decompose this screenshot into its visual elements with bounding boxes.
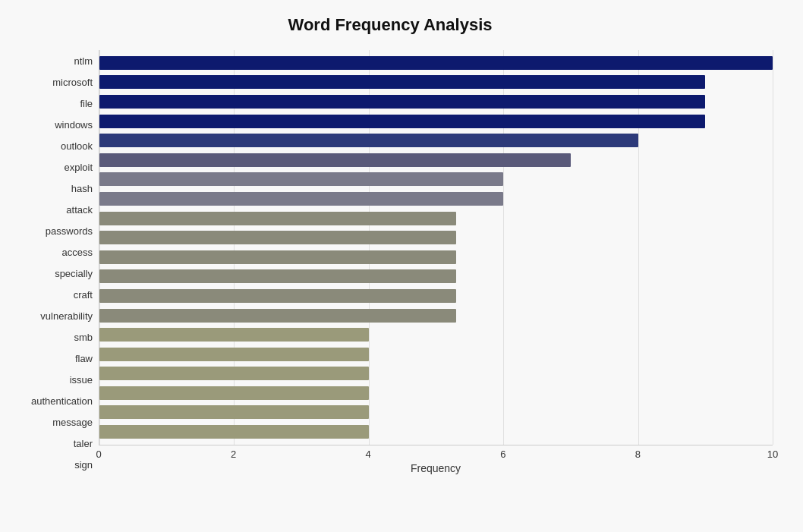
y-label: windows: [8, 115, 93, 134]
y-label: passwords: [8, 221, 93, 241]
x-tick: 4: [366, 449, 371, 460]
grid-line: [773, 50, 773, 445]
bar: [99, 269, 456, 283]
bar-row: [99, 74, 773, 90]
bar: [99, 231, 456, 244]
bar: [99, 134, 638, 147]
y-label: smb: [8, 328, 93, 348]
y-label: sign: [8, 455, 93, 475]
x-tick: 0: [96, 449, 101, 460]
y-label: hash: [8, 178, 93, 198]
bar-row: [99, 307, 773, 324]
x-tick: 8: [635, 449, 641, 460]
bar: [99, 75, 705, 89]
x-axis-label: Frequency: [99, 462, 773, 474]
bar: [99, 386, 369, 400]
y-label: outlook: [8, 136, 93, 156]
bar: [99, 172, 503, 186]
x-tick: 2: [231, 449, 236, 460]
bar: [99, 250, 456, 264]
bar-row: [99, 55, 773, 71]
bar-row: [99, 171, 773, 187]
y-label: ntlm: [8, 51, 93, 71]
y-label: issue: [8, 370, 93, 390]
bar: [99, 425, 369, 439]
y-label: vulnerability: [8, 307, 93, 326]
bar-row: [99, 404, 773, 420]
bar-row: [99, 423, 773, 440]
bar-row: [99, 229, 773, 246]
y-label: taler: [8, 434, 93, 454]
bar: [99, 405, 369, 419]
bar-row: [99, 365, 773, 382]
bar-row: [99, 210, 773, 227]
bar: [99, 95, 705, 109]
bar: [99, 348, 369, 361]
bars-list: [99, 50, 773, 445]
bar: [99, 192, 503, 206]
bar-row: [99, 346, 773, 363]
y-label: message: [8, 413, 93, 433]
bar-row: [99, 326, 773, 343]
x-tick: 6: [500, 449, 505, 460]
bar-row: [99, 190, 773, 207]
bar-row: [99, 93, 773, 110]
bar-row: [99, 249, 773, 266]
y-label: microsoft: [8, 72, 93, 92]
y-label: craft: [8, 285, 93, 305]
bar-row: [99, 132, 773, 149]
x-axis: 0246810 Frequency: [99, 445, 773, 476]
y-label: specially: [8, 263, 93, 283]
bar-row: [99, 385, 773, 401]
y-label: access: [8, 242, 93, 262]
chart-container: Word Frequency Analysis ntlmmicrosoftfil…: [0, 0, 803, 532]
y-labels: ntlmmicrosoftfilewindowsoutlookexploitha…: [8, 50, 99, 476]
y-label: flaw: [8, 349, 93, 369]
y-label: attack: [8, 200, 93, 219]
chart-area: ntlmmicrosoftfilewindowsoutlookexploitha…: [8, 50, 773, 476]
bar: [99, 212, 456, 225]
bar: [99, 328, 369, 342]
bar: [99, 153, 571, 167]
y-label: exploit: [8, 157, 93, 177]
bar-row: [99, 268, 773, 285]
bar-row: [99, 152, 773, 168]
x-tick: 10: [767, 449, 778, 460]
bar: [99, 289, 456, 303]
y-label: authentication: [8, 392, 93, 411]
bar: [99, 115, 705, 128]
bars-area: [99, 50, 773, 445]
y-label: file: [8, 93, 93, 113]
bars-and-xaxis: 0246810 Frequency: [99, 50, 773, 476]
bar: [99, 56, 773, 70]
chart-title: Word Frequency Analysis: [8, 15, 773, 35]
bar: [99, 309, 456, 323]
bar-row: [99, 288, 773, 304]
bar-row: [99, 113, 773, 130]
bar: [99, 367, 369, 380]
